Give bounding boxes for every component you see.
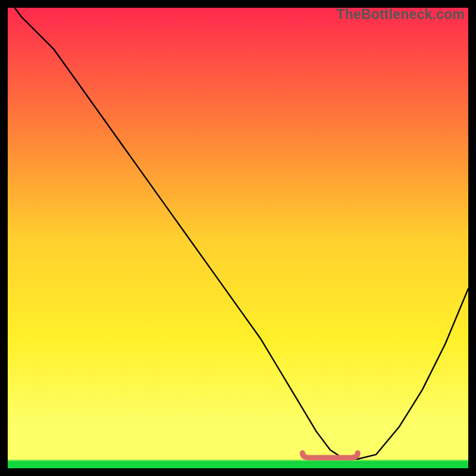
watermark-text: TheBottleneck.com [336,7,465,23]
gradient-background [8,8,468,468]
chart-frame: TheBottleneck.com [8,8,468,468]
bottleneck-chart [8,8,468,468]
